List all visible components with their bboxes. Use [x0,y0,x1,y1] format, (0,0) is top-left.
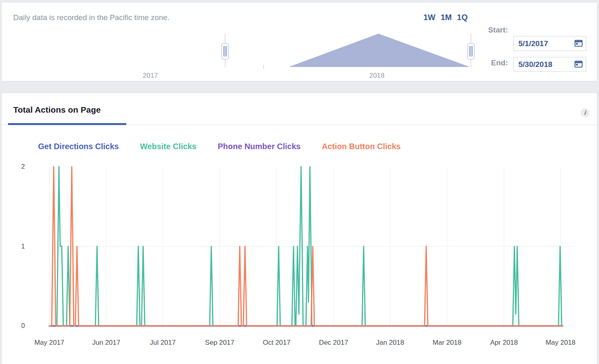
start-date-value: 5/1/2017 [518,36,548,51]
legend-action-button-clicks[interactable]: Action Button Clicks [322,142,401,151]
slider-handle-left[interactable] [222,34,229,67]
chart-legend: Get Directions Clicks Website Clicks Pho… [38,142,401,151]
x-axis-label: Jun 2017 [92,339,120,347]
info-icon-glyph: i [584,109,586,116]
legend-get-directions-clicks[interactable]: Get Directions Clicks [38,142,119,151]
x-axis-label: Jul 2017 [150,339,176,347]
x-axis-label: May 2017 [34,339,65,347]
end-date-value: 5/30/2018 [518,57,552,71]
active-tab-indicator [8,123,126,125]
navigator-area [289,34,470,67]
date-range-panel: Daily data is recorded in the Pacific ti… [1,2,597,81]
start-label: Start: [460,26,508,34]
end-label: End: [460,59,508,67]
x-axis-label: May 2018 [546,339,576,347]
y-axis-label: 0 [14,322,25,330]
legend-website-clicks[interactable]: Website Clicks [140,142,196,151]
calendar-icon[interactable] [575,61,583,68]
tab-total-actions[interactable]: Total Actions on Page [13,105,101,115]
x-axis-label: Oct 2017 [263,339,291,347]
year-label-2017: 2017 [143,72,158,80]
line-chart [0,159,599,347]
legend-phone-number-clicks[interactable]: Phone Number Clicks [218,142,301,151]
x-axis-label: Dec 2017 [319,339,348,347]
end-date-input[interactable]: 5/30/2018 [513,57,586,72]
x-axis-label: Apr 2018 [490,339,518,347]
x-axis-label: Sep 2017 [205,339,235,347]
y-axis-label: 2 [14,163,25,170]
year-label-2018: 2018 [369,72,384,80]
date-range-slider [2,2,599,85]
start-date-input[interactable]: 5/1/2017 [513,36,586,51]
calendar-icon[interactable] [575,40,583,47]
page: Daily data is recorded in the Pacific ti… [0,0,599,364]
x-axis-label: Mar 2018 [433,339,461,347]
info-icon[interactable]: i [581,108,589,117]
x-axis-label: Jan 2018 [376,339,404,347]
y-axis-label: 1 [14,243,25,250]
